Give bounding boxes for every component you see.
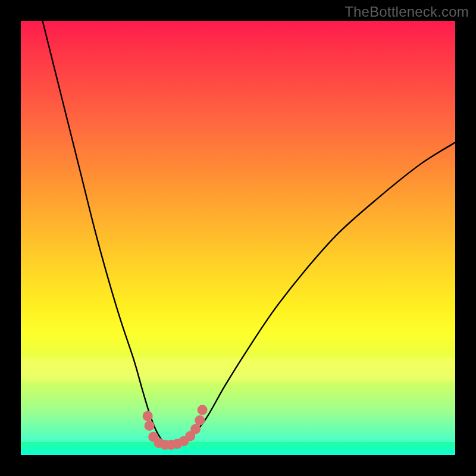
marker-dot	[143, 411, 153, 421]
marker-dot	[195, 415, 205, 425]
marker-cluster	[21, 21, 455, 455]
chart-frame: TheBottleneck.com	[0, 0, 476, 476]
plot-area	[21, 21, 455, 455]
marker-dot	[145, 421, 155, 431]
marker-dot	[198, 405, 208, 415]
marker-dot	[190, 424, 201, 434]
watermark-text: TheBottleneck.com	[345, 4, 469, 20]
